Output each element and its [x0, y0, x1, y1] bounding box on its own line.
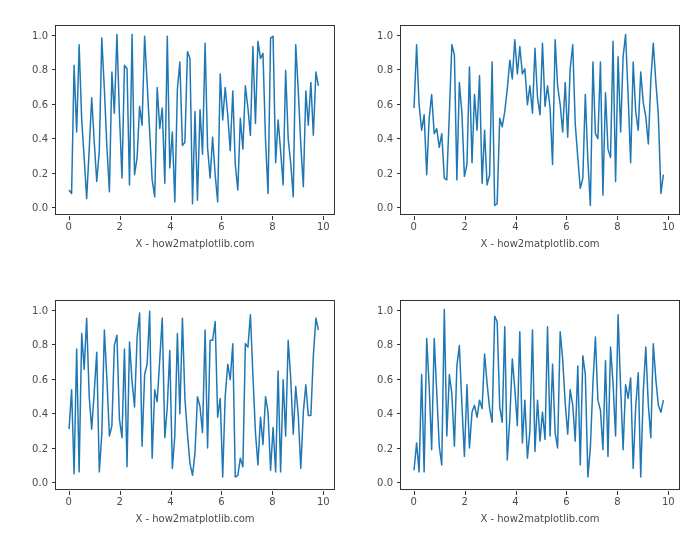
y-tick-label: 0.6 — [377, 98, 393, 109]
x-tick-label: 10 — [662, 496, 675, 507]
x-tickmark — [516, 491, 517, 495]
y-tickmark — [397, 35, 401, 36]
y-tick-label: 0.0 — [32, 202, 48, 213]
x-tickmark — [566, 491, 567, 495]
y-tick-label: 0.2 — [32, 442, 48, 453]
subplot-bottom-left: 02468100.00.20.40.60.81.0X - how2matplot… — [55, 300, 335, 490]
x-tickmark — [69, 216, 70, 220]
line-plot — [401, 301, 679, 489]
x-tickmark — [221, 491, 222, 495]
x-tick-label: 2 — [116, 221, 122, 232]
x-tick-label: 4 — [167, 496, 173, 507]
y-tickmark — [397, 448, 401, 449]
y-tickmark — [397, 413, 401, 414]
figure: 02468100.00.20.40.60.81.0X - how2matplot… — [0, 0, 700, 560]
x-tickmark — [617, 491, 618, 495]
y-tickmark — [52, 344, 56, 345]
subplot-bottom-right: 02468100.00.20.40.60.81.0X - how2matplot… — [400, 300, 680, 490]
x-tickmark — [171, 491, 172, 495]
y-tick-label: 0.2 — [32, 167, 48, 178]
x-tick-label: 0 — [411, 221, 417, 232]
line-plot — [56, 26, 334, 214]
x-tick-label: 2 — [461, 496, 467, 507]
x-tick-label: 6 — [563, 496, 569, 507]
y-tickmark — [52, 173, 56, 174]
x-tick-label: 8 — [269, 221, 275, 232]
x-tick-label: 0 — [66, 221, 72, 232]
y-tickmark — [397, 138, 401, 139]
y-tick-label: 0.8 — [377, 339, 393, 350]
y-tickmark — [52, 104, 56, 105]
y-tick-label: 0.8 — [377, 64, 393, 75]
y-tickmark — [52, 448, 56, 449]
x-tickmark — [171, 216, 172, 220]
x-tick-label: 10 — [662, 221, 675, 232]
x-tick-label: 0 — [66, 496, 72, 507]
x-tickmark — [414, 491, 415, 495]
x-tickmark — [323, 491, 324, 495]
x-tick-label: 0 — [411, 496, 417, 507]
y-tickmark — [52, 379, 56, 380]
x-tick-label: 6 — [563, 221, 569, 232]
x-axis-label: X - how2matplotlib.com — [56, 238, 334, 249]
x-tickmark — [120, 491, 121, 495]
y-tick-label: 0.0 — [32, 477, 48, 488]
x-axis-label: X - how2matplotlib.com — [401, 238, 679, 249]
subplot-top-left: 02468100.00.20.40.60.81.0X - how2matplot… — [55, 25, 335, 215]
y-tickmark — [397, 207, 401, 208]
x-tick-label: 10 — [317, 496, 330, 507]
x-tickmark — [120, 216, 121, 220]
y-tick-label: 1.0 — [32, 304, 48, 315]
x-tick-label: 2 — [461, 221, 467, 232]
x-tickmark — [272, 491, 273, 495]
y-tick-label: 0.8 — [32, 64, 48, 75]
y-tickmark — [52, 138, 56, 139]
x-tick-label: 4 — [512, 496, 518, 507]
x-tick-label: 2 — [116, 496, 122, 507]
x-tick-label: 4 — [167, 221, 173, 232]
x-tickmark — [668, 491, 669, 495]
x-tick-label: 8 — [269, 496, 275, 507]
y-tickmark — [397, 69, 401, 70]
y-tick-label: 0.0 — [377, 202, 393, 213]
y-tickmark — [52, 310, 56, 311]
y-tickmark — [397, 344, 401, 345]
y-tick-label: 0.8 — [32, 339, 48, 350]
x-axis-label: X - how2matplotlib.com — [401, 513, 679, 524]
line-plot — [401, 26, 679, 214]
x-tickmark — [465, 491, 466, 495]
y-tickmark — [397, 482, 401, 483]
x-tickmark — [668, 216, 669, 220]
x-tickmark — [566, 216, 567, 220]
x-tickmark — [414, 216, 415, 220]
y-tickmark — [52, 413, 56, 414]
y-tick-label: 1.0 — [377, 304, 393, 315]
y-tick-label: 0.4 — [377, 133, 393, 144]
x-tick-label: 10 — [317, 221, 330, 232]
y-tick-label: 0.0 — [377, 477, 393, 488]
y-tick-label: 0.2 — [377, 442, 393, 453]
y-tick-label: 0.6 — [377, 373, 393, 384]
subplot-top-right: 02468100.00.20.40.60.81.0X - how2matplot… — [400, 25, 680, 215]
x-tickmark — [272, 216, 273, 220]
y-tickmark — [397, 379, 401, 380]
y-tick-label: 0.4 — [32, 133, 48, 144]
y-tick-label: 1.0 — [377, 29, 393, 40]
y-tick-label: 0.4 — [377, 408, 393, 419]
x-tick-label: 4 — [512, 221, 518, 232]
y-tickmark — [52, 482, 56, 483]
y-tick-label: 0.6 — [32, 373, 48, 384]
x-tick-label: 8 — [614, 496, 620, 507]
y-tickmark — [397, 310, 401, 311]
x-tickmark — [465, 216, 466, 220]
line-plot — [56, 301, 334, 489]
x-tickmark — [69, 491, 70, 495]
y-tick-label: 0.4 — [32, 408, 48, 419]
y-tickmark — [397, 104, 401, 105]
y-tickmark — [397, 173, 401, 174]
x-tick-label: 6 — [218, 496, 224, 507]
y-tick-label: 1.0 — [32, 29, 48, 40]
x-tickmark — [221, 216, 222, 220]
y-tickmark — [52, 35, 56, 36]
y-tick-label: 0.2 — [377, 167, 393, 178]
